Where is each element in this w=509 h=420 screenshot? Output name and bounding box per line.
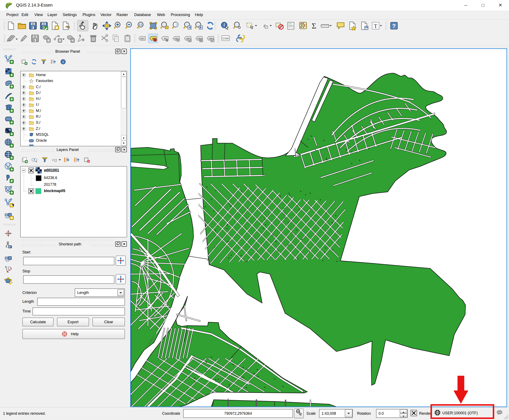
svg-text:CSW: CSW	[223, 37, 229, 40]
svg-text:abc: abc	[140, 37, 145, 40]
svg-text:Σ: Σ	[312, 22, 316, 30]
svg-text:1:1: 1:1	[139, 23, 142, 26]
svg-text:ε: ε	[52, 158, 54, 162]
svg-text:i: i	[224, 22, 225, 27]
svg-text:T: T	[374, 23, 378, 29]
svg-text:?: ?	[392, 23, 396, 29]
